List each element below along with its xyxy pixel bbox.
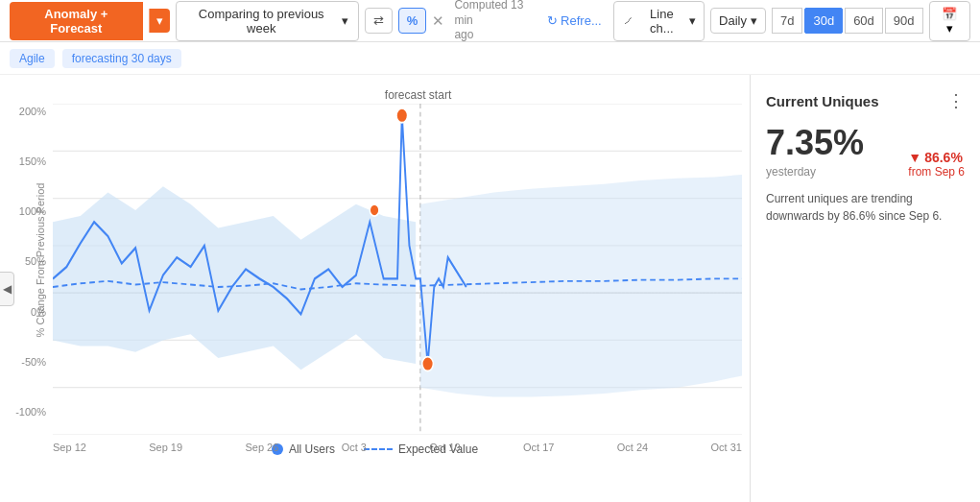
main-content: ◀ forecast start 200% 150% 100% 50% 0% -… bbox=[0, 75, 980, 502]
panel-title: Current Uniques bbox=[766, 93, 879, 109]
time-30d-button[interactable]: 30d bbox=[804, 8, 843, 34]
x-label-oct3: Oct 3 bbox=[342, 442, 367, 453]
anomaly-dot-low bbox=[422, 357, 433, 371]
chevron-down-icon: ▾ bbox=[156, 13, 163, 28]
refresh-label: Refre... bbox=[561, 13, 602, 28]
computed-info: Computed 13 min ago bbox=[454, 0, 541, 43]
forecast-tag[interactable]: forecasting 30 days bbox=[62, 49, 181, 68]
triangle-down-icon: ▼ bbox=[908, 150, 921, 165]
x-label-oct24: Oct 24 bbox=[617, 442, 648, 453]
metric-left: 7.35% yesterday bbox=[766, 123, 864, 179]
x-label-sep26: Sep 26 bbox=[245, 442, 278, 453]
metric-change-value: ▼ 86.6% bbox=[908, 150, 965, 165]
metric-value: 7.35% bbox=[766, 123, 864, 163]
compare-button[interactable]: Comparing to previous week ▾ bbox=[176, 1, 359, 41]
time-range-buttons: 7d 30d 60d 90d bbox=[772, 8, 923, 34]
main-chart bbox=[53, 104, 742, 435]
metric-sub: yesterday bbox=[766, 165, 864, 179]
chevron-down-icon-cal: ▾ bbox=[946, 21, 953, 36]
y-label-n50: -50% bbox=[21, 356, 46, 368]
toolbar: Anomaly + Forecast ▾ Comparing to previo… bbox=[0, 0, 980, 42]
close-button[interactable]: ✕ bbox=[432, 12, 444, 30]
compare-label: Comparing to previous week bbox=[186, 7, 337, 36]
y-label-150: 150% bbox=[19, 155, 46, 167]
chevron-down-icon-chart: ▾ bbox=[689, 13, 696, 28]
forecast-start-label: forecast start bbox=[385, 88, 451, 102]
daily-button[interactable]: Daily ▾ bbox=[710, 8, 766, 34]
x-label-oct31: Oct 31 bbox=[711, 442, 742, 453]
metric-row: 7.35% yesterday ▼ 86.6% from Sep 6 bbox=[766, 123, 965, 179]
refresh-button[interactable]: ↻ Refre... bbox=[547, 13, 602, 28]
calendar-icon: 📅 bbox=[942, 7, 957, 21]
anomaly-dot-mid bbox=[370, 204, 379, 216]
x-label-sep12: Sep 12 bbox=[53, 442, 86, 453]
filter-icon: ⇄ bbox=[373, 13, 384, 28]
change-number: 86.6% bbox=[924, 150, 963, 165]
percent-button[interactable]: % bbox=[398, 8, 427, 34]
collapse-icon: ◀ bbox=[3, 282, 12, 296]
time-7d-button[interactable]: 7d bbox=[772, 8, 802, 34]
y-axis-title: % Change From Previous Period bbox=[35, 182, 46, 337]
calendar-button[interactable]: 📅 ▾ bbox=[929, 1, 970, 41]
anomaly-dropdown-button[interactable]: ▾ bbox=[149, 9, 170, 33]
metric-description: Current uniques are trending downwards b… bbox=[766, 190, 965, 225]
metric-change-label: from Sep 6 bbox=[908, 165, 965, 179]
panel-menu-button[interactable]: ⋮ bbox=[947, 90, 965, 111]
chevron-down-icon-compare: ▾ bbox=[342, 13, 348, 28]
y-label-n100: -100% bbox=[15, 406, 46, 418]
computed-text-line2: ago bbox=[454, 28, 541, 43]
refresh-icon: ↻ bbox=[547, 13, 558, 28]
x-label-sep19: Sep 19 bbox=[149, 442, 182, 453]
linechart-icon: ⟋ bbox=[622, 13, 634, 28]
svg-marker-11 bbox=[53, 186, 416, 370]
panel-header: Current Uniques ⋮ bbox=[766, 90, 965, 111]
anomaly-button[interactable]: Anomaly + Forecast bbox=[10, 2, 143, 40]
linechart-label: Line ch... bbox=[638, 7, 685, 36]
daily-label: Daily bbox=[719, 13, 747, 28]
collapse-button[interactable]: ◀ bbox=[0, 272, 14, 306]
time-60d-button[interactable]: 60d bbox=[845, 8, 883, 34]
x-label-oct17: Oct 17 bbox=[523, 442, 554, 453]
computed-text-line1: Computed 13 min bbox=[454, 0, 541, 28]
right-panel: Current Uniques ⋮ 7.35% yesterday ▼ 86.6… bbox=[750, 75, 980, 502]
filter-icon-button[interactable]: ⇄ bbox=[365, 8, 393, 34]
svg-marker-12 bbox=[420, 175, 742, 397]
tags-row: Agile forecasting 30 days bbox=[0, 42, 980, 75]
chevron-down-icon-daily: ▾ bbox=[751, 13, 757, 28]
metric-right: ▼ 86.6% from Sep 6 bbox=[908, 150, 965, 179]
x-label-oct10: Oct 10 bbox=[429, 442, 460, 453]
chart-area: ◀ forecast start 200% 150% 100% 50% 0% -… bbox=[0, 75, 750, 502]
y-label-200: 200% bbox=[19, 106, 46, 117]
agile-tag[interactable]: Agile bbox=[10, 49, 55, 68]
time-90d-button[interactable]: 90d bbox=[885, 8, 923, 34]
linechart-button[interactable]: ⟋ Line ch... ▾ bbox=[613, 1, 705, 41]
anomaly-dot-high bbox=[396, 108, 407, 123]
